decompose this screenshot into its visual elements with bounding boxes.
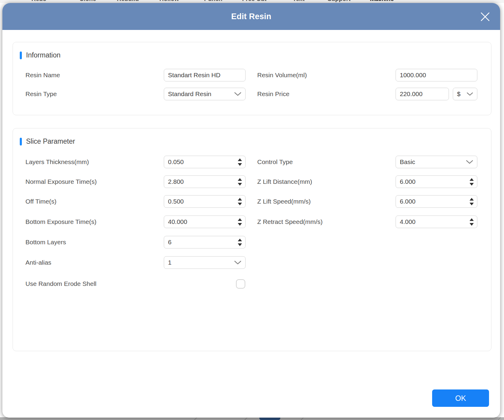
resin-volume-field[interactable] — [396, 69, 477, 81]
currency-dropdown[interactable]: $ — [453, 88, 477, 100]
toolbar-item-text: Text — [293, 0, 305, 2]
spin-up-icon[interactable] — [238, 178, 242, 181]
z-lift-speed-label: Z Lift Speed(mm/s) — [257, 195, 311, 208]
information-section-title: Information — [26, 51, 60, 59]
use-random-erode-shell-checkbox[interactable] — [236, 279, 245, 289]
spin-up-icon[interactable] — [470, 178, 474, 181]
resin-price-label: Resin Price — [257, 88, 289, 100]
background-toolbar: Redo Clone Rebuild Hollow Punch Free Cut… — [0, 0, 504, 3]
resin-name-input[interactable] — [164, 69, 245, 81]
z-retract-speed-label: Z Retract Speed(mm/s) — [257, 216, 323, 228]
spin-down-icon[interactable] — [238, 243, 242, 246]
bottom-layers-input[interactable] — [164, 236, 245, 248]
bottom-exposure-spinbox[interactable] — [164, 216, 246, 228]
toolbar-item-redo: Redo — [31, 0, 46, 2]
slice-parameter-section: Slice Parameter Layers Thickness(mm) Con… — [13, 128, 491, 351]
anti-alias-dropdown[interactable]: 1 — [164, 256, 246, 269]
currency-value: $ — [453, 90, 461, 98]
toolbar-item-machine: Machine — [370, 0, 394, 2]
z-lift-distance-spinbox[interactable] — [396, 175, 477, 188]
z-lift-speed-input[interactable] — [396, 195, 477, 207]
background-shape — [300, 417, 304, 420]
information-section: Information Resin Name Resin Volume(ml) … — [13, 42, 491, 115]
section-accent-bar — [20, 138, 22, 145]
layers-thickness-spinbox[interactable] — [164, 156, 246, 168]
resin-volume-label: Resin Volume(ml) — [257, 69, 307, 81]
spin-up-icon[interactable] — [238, 218, 242, 221]
background-shape — [497, 417, 501, 420]
chevron-down-icon — [234, 261, 241, 265]
ok-button[interactable]: OK — [432, 389, 489, 407]
bottom-layers-spinbox[interactable] — [164, 236, 246, 248]
chevron-down-icon — [466, 160, 473, 164]
control-type-label: Control Type — [257, 156, 293, 168]
normal-exposure-input[interactable] — [164, 176, 245, 188]
toolbar-item-support: Support — [328, 0, 351, 2]
z-lift-distance-label: Z Lift Distance(mm) — [257, 175, 312, 188]
normal-exposure-spinbox[interactable] — [164, 175, 246, 188]
spin-up-icon[interactable] — [238, 198, 242, 201]
background-bottom-strip — [0, 417, 504, 420]
edit-resin-dialog: Edit Resin Information Resin Name Resin … — [2, 3, 500, 418]
normal-exposure-label: Normal Exposure Time(s) — [25, 175, 97, 188]
resin-price-input[interactable] — [396, 88, 449, 100]
anti-alias-value: 1 — [164, 259, 172, 266]
chevron-down-icon — [467, 92, 473, 96]
resin-price-field[interactable] — [396, 88, 449, 100]
spin-down-icon[interactable] — [238, 183, 242, 186]
spin-down-icon[interactable] — [470, 223, 474, 226]
layers-thickness-input[interactable] — [164, 156, 245, 168]
toolbar-item-hollow: Hollow — [159, 0, 179, 2]
layers-thickness-label: Layers Thickness(mm) — [25, 156, 89, 168]
bottom-exposure-label: Bottom Exposure Time(s) — [25, 216, 96, 228]
z-retract-speed-input[interactable] — [396, 216, 477, 228]
control-type-dropdown[interactable]: Basic — [396, 156, 477, 168]
resin-type-label: Resin Type — [25, 88, 57, 100]
resin-name-label: Resin Name — [25, 69, 60, 81]
z-lift-distance-input[interactable] — [396, 176, 477, 188]
resin-type-dropdown[interactable]: Standard Resin — [164, 88, 246, 100]
off-time-spinbox[interactable] — [164, 195, 246, 208]
off-time-input[interactable] — [164, 195, 245, 207]
slice-parameter-section-header: Slice Parameter — [20, 137, 75, 145]
use-random-erode-shell-label: Use Random Erode Shell — [25, 278, 96, 290]
close-button[interactable] — [479, 11, 491, 23]
z-lift-speed-spinbox[interactable] — [396, 195, 477, 208]
dialog-header: Edit Resin — [2, 3, 500, 30]
spin-down-icon[interactable] — [238, 223, 242, 226]
toolbar-item-rebuild: Rebuild — [117, 0, 139, 2]
z-retract-speed-spinbox[interactable] — [396, 216, 477, 228]
resin-name-field[interactable] — [164, 69, 246, 81]
background-shape — [194, 417, 197, 420]
spin-up-icon[interactable] — [470, 218, 474, 221]
toolbar-item-clone: Clone — [79, 0, 96, 2]
background-shape — [259, 417, 280, 420]
chevron-down-icon — [234, 92, 241, 96]
dialog-title: Edit Resin — [231, 12, 271, 21]
spin-down-icon[interactable] — [238, 163, 242, 166]
anti-alias-label: Anti-alias — [25, 256, 51, 269]
control-type-value: Basic — [396, 158, 415, 166]
information-section-header: Information — [20, 51, 60, 59]
bottom-exposure-input[interactable] — [164, 216, 245, 228]
off-time-label: Off Time(s) — [25, 195, 56, 208]
resin-volume-input[interactable] — [396, 69, 477, 81]
toolbar-item-free-cut: Free Cut — [242, 0, 266, 2]
close-icon — [479, 11, 491, 22]
spin-down-icon[interactable] — [238, 203, 242, 205]
toolbar-item-punch: Punch — [204, 0, 222, 2]
spin-up-icon[interactable] — [238, 158, 242, 161]
section-accent-bar — [20, 51, 22, 59]
spin-down-icon[interactable] — [470, 203, 474, 205]
resin-type-value: Standard Resin — [164, 90, 211, 98]
background-shape — [244, 417, 247, 420]
spin-down-icon[interactable] — [470, 183, 474, 186]
spin-up-icon[interactable] — [238, 239, 242, 241]
bottom-layers-label: Bottom Layers — [25, 236, 66, 248]
slice-parameter-section-title: Slice Parameter — [26, 137, 75, 145]
spin-up-icon[interactable] — [470, 198, 474, 201]
